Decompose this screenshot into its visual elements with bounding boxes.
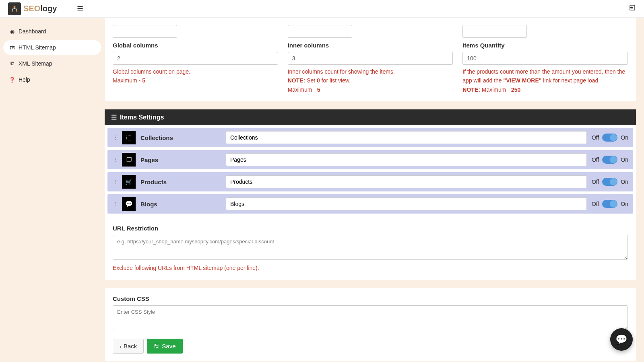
drag-handle-icon[interactable]: ⋮ (112, 134, 117, 141)
item-title: Pages (140, 156, 221, 163)
sidebar-item-html-sitemap[interactable]: 🗺 HTML Sitemap (3, 40, 101, 55)
chat-widget[interactable]: 💬 (610, 328, 633, 351)
item-row-products: ⋮ 🛒 Products Off On (107, 172, 633, 191)
save-button[interactable]: 🖫 Save (147, 339, 182, 354)
url-restriction-label: URL Restriction (113, 225, 628, 232)
sidebar: ◉ Dashboard 🗺 HTML Sitemap ⧉ XML Sitemap… (0, 18, 105, 362)
collections-icon: ⬚ (122, 131, 136, 144)
toggle-on-label: On (621, 201, 628, 207)
items-settings-header: ☰ Items Settings (105, 109, 636, 125)
toggle-collections[interactable] (602, 134, 617, 142)
logout-icon[interactable] (629, 4, 636, 13)
list-icon: ☰ (111, 113, 117, 121)
item-input-pages[interactable] (226, 153, 587, 166)
sidebar-item-label: Dashboard (19, 28, 46, 35)
item-input-products[interactable] (226, 175, 587, 188)
item-input-blogs[interactable] (226, 197, 587, 210)
svg-rect-0 (14, 6, 16, 8)
items-quantity-label: Items Quantity (462, 42, 628, 49)
global-columns-note: Global columns count on page. Maximum - … (113, 67, 278, 85)
toggle-on-label: On (621, 134, 628, 141)
inner-columns-note: Inner columns count for showing the item… (288, 67, 453, 94)
global-columns-label: Global columns (113, 42, 278, 49)
item-row-pages: ⋮ ❐ Pages Off On (107, 150, 633, 169)
inner-columns-input[interactable] (288, 52, 453, 65)
map-icon: 🗺 (9, 45, 15, 51)
item-row-collections: ⋮ ⬚ Collections Off On (107, 128, 633, 147)
sidebar-item-label: HTML Sitemap (19, 44, 56, 51)
items-quantity-top-input[interactable] (462, 25, 527, 38)
item-title: Blogs (140, 201, 221, 208)
sidebar-item-xml-sitemap[interactable]: ⧉ XML Sitemap (3, 56, 101, 71)
item-title: Products (140, 179, 221, 185)
global-columns-top-input[interactable] (113, 25, 177, 38)
header-left: SEOlogy ☰ (8, 2, 83, 15)
sidebar-item-dashboard[interactable]: ◉ Dashboard (3, 24, 101, 39)
toggle-off-label: Off (592, 179, 599, 185)
pages-icon: ❐ (122, 153, 136, 167)
logo-text-logy: logy (40, 4, 57, 13)
svg-rect-2 (16, 10, 17, 12)
dashboard-icon: ◉ (9, 29, 15, 35)
toggle-pages[interactable] (602, 156, 617, 164)
logo[interactable]: SEOlogy (8, 2, 57, 15)
logo-icon (8, 2, 21, 15)
help-icon: ❓ (9, 77, 15, 83)
toggle-products[interactable] (602, 178, 617, 186)
products-icon: 🛒 (122, 175, 136, 189)
toggle-blogs[interactable] (602, 200, 617, 208)
global-columns-input[interactable] (113, 52, 278, 65)
custom-css-textarea[interactable] (113, 305, 628, 330)
items-settings-card: ☰ Items Settings ⋮ ⬚ Collections Off On … (105, 109, 636, 280)
inner-columns-label: Inner columns (288, 42, 453, 49)
inner-columns-top-input[interactable] (288, 25, 352, 38)
items-quantity-note: If the products count more than the amou… (462, 67, 628, 94)
back-button[interactable]: ‹ Back (113, 339, 144, 354)
chevron-left-icon: ‹ (120, 343, 122, 350)
global-columns-field: Global columns Global columns count on p… (113, 25, 278, 94)
sidebar-item-label: Help (19, 76, 30, 83)
drag-handle-icon[interactable]: ⋮ (112, 156, 117, 163)
custom-css-card: Custom CSS ‹ Back 🖫 Save (105, 288, 636, 361)
columns-card: Global columns Global columns count on p… (105, 18, 636, 101)
svg-rect-1 (12, 10, 13, 12)
toggle-on-label: On (621, 179, 628, 185)
drag-handle-icon[interactable]: ⋮ (112, 179, 117, 185)
chat-icon: 💬 (615, 334, 627, 345)
sidebar-item-label: XML Sitemap (19, 60, 52, 67)
top-header: SEOlogy ☰ (0, 0, 644, 18)
main-content: Global columns Global columns count on p… (105, 18, 644, 362)
url-restriction-textarea[interactable] (113, 235, 628, 260)
item-input-collections[interactable] (226, 131, 587, 144)
custom-css-label: Custom CSS (113, 295, 628, 302)
logo-text-seo: SEO (23, 4, 40, 13)
drag-handle-icon[interactable]: ⋮ (112, 201, 117, 207)
sitemap-icon: ⧉ (9, 60, 15, 67)
item-title: Collections (140, 134, 221, 141)
toggle-on-label: On (621, 156, 628, 163)
url-restriction-note: Exclude following URLs from HTML sitemap… (113, 263, 628, 272)
items-quantity-field: Items Quantity If the products count mor… (462, 25, 628, 94)
blogs-icon: 💬 (122, 197, 136, 211)
toggle-off-label: Off (592, 201, 599, 207)
item-row-blogs: ⋮ 💬 Blogs Off On (107, 194, 633, 214)
toggle-off-label: Off (592, 134, 599, 141)
inner-columns-field: Inner columns Inner columns count for sh… (288, 25, 453, 94)
items-quantity-input[interactable] (462, 52, 628, 65)
toggle-off-label: Off (592, 156, 599, 163)
hamburger-icon[interactable]: ☰ (77, 4, 83, 13)
sidebar-item-help[interactable]: ❓ Help (3, 72, 101, 87)
save-icon: 🖫 (154, 343, 160, 350)
